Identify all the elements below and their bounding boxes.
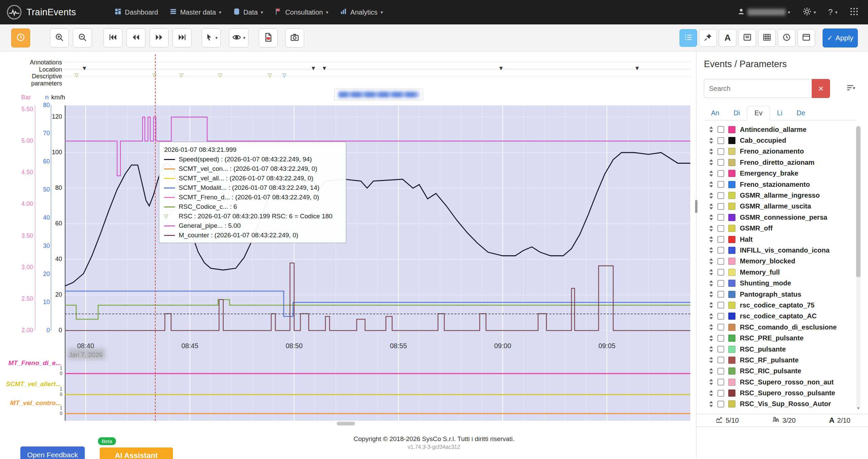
descriptive-marker-icon[interactable]: ▽ — [75, 73, 79, 78]
descriptive-marker-icon[interactable]: ▽ — [282, 73, 286, 78]
param-row[interactable]: Shunting_mode — [696, 278, 856, 288]
chart-area[interactable]: Annotations Location Descriptive paramet… — [0, 52, 696, 459]
drag-handle-icon[interactable] — [709, 236, 717, 243]
time-range-button[interactable] — [11, 28, 30, 47]
param-checkbox[interactable] — [717, 291, 724, 298]
table-view-button[interactable] — [758, 29, 776, 47]
param-row[interactable]: RSC_RIC_pulsante — [696, 366, 856, 377]
drag-handle-icon[interactable] — [709, 170, 717, 177]
zoom-in-button[interactable] — [50, 28, 69, 47]
filter-options-button[interactable] — [843, 80, 859, 97]
param-checkbox[interactable] — [717, 346, 724, 353]
drag-handle-icon[interactable] — [709, 324, 717, 331]
drag-handle-icon[interactable] — [709, 247, 717, 254]
app-brand[interactable]: TrainEvents — [0, 4, 76, 20]
apps-grid-button[interactable] — [850, 7, 859, 17]
scroll-down-icon[interactable]: ▼ — [856, 406, 861, 410]
search-input[interactable] — [704, 79, 812, 98]
nav-item-data[interactable]: Data▾ — [227, 0, 269, 24]
param-checkbox[interactable] — [717, 368, 724, 375]
drag-handle-icon[interactable] — [709, 390, 717, 397]
panel-scrollbar[interactable]: ▼ — [856, 126, 861, 410]
param-checkbox[interactable] — [717, 313, 724, 320]
param-checkbox[interactable] — [717, 401, 724, 407]
param-checkbox[interactable] — [717, 225, 724, 232]
param-row[interactable]: INFILL_vis_comando_icona — [696, 245, 856, 256]
param-checkbox[interactable] — [717, 280, 724, 287]
param-checkbox[interactable] — [717, 137, 724, 144]
location-marker-icon[interactable]: ▼ — [81, 65, 87, 71]
drag-handle-icon[interactable] — [709, 148, 717, 155]
pointer-mode-button[interactable]: ▾ — [202, 28, 221, 47]
param-row[interactable]: RSC_Supero_rosso_non_aut — [696, 377, 856, 387]
descriptive-marker-icon[interactable]: ▽ — [268, 73, 272, 78]
drag-handle-icon[interactable] — [709, 368, 717, 375]
param-checkbox[interactable] — [717, 379, 724, 385]
param-row[interactable]: rsc_codice_captato_AC — [696, 311, 856, 322]
ai-assistant-button[interactable]: AI Assistant — [100, 447, 173, 459]
param-row[interactable]: Freno_diretto_azionam — [696, 157, 856, 168]
param-checkbox[interactable] — [717, 302, 724, 308]
time-view-button[interactable] — [778, 29, 795, 47]
param-checkbox[interactable] — [717, 203, 724, 210]
param-row[interactable]: GSMR_connessione_persa — [696, 212, 856, 223]
drag-handle-icon[interactable] — [709, 192, 717, 199]
list-view-button[interactable] — [679, 29, 697, 47]
apply-button[interactable]: ✓ Apply — [823, 28, 858, 47]
skip-first-button[interactable] — [103, 28, 122, 47]
visibility-button[interactable]: ▾ — [229, 28, 249, 47]
param-row[interactable]: GSMR_allarme_ingresso — [696, 190, 856, 201]
drag-handle-icon[interactable] — [709, 313, 717, 320]
nav-item-analytics[interactable]: Analytics▾ — [334, 0, 389, 24]
drag-handle-icon[interactable] — [709, 126, 717, 133]
param-row[interactable]: Emergency_brake — [696, 168, 856, 179]
clear-search-button[interactable]: × — [812, 79, 830, 98]
settings-menu[interactable]: ▾ — [803, 7, 816, 17]
export-pdf-button[interactable] — [259, 28, 278, 47]
location-marker-icon[interactable]: ▼ — [634, 65, 640, 71]
param-checkbox[interactable] — [717, 192, 724, 199]
drag-handle-icon[interactable] — [709, 401, 717, 407]
notes-button[interactable] — [738, 29, 756, 47]
param-row[interactable]: Memory_full — [696, 267, 856, 278]
location-marker-icon[interactable]: ▼ — [321, 65, 327, 71]
param-row[interactable]: RSC_comando_di_esclusione — [696, 322, 856, 333]
param-row[interactable]: RSC_Vis_Sup_Rosso_Autor — [696, 399, 856, 410]
param-row[interactable]: GSMR_allarme_uscita — [696, 201, 856, 212]
user-menu[interactable]: ▾ — [737, 7, 790, 17]
drag-handle-icon[interactable] — [709, 258, 717, 265]
location-marker-icon[interactable]: ▼ — [311, 65, 316, 71]
param-checkbox[interactable] — [717, 357, 724, 363]
screenshot-button[interactable] — [285, 28, 304, 47]
param-checkbox[interactable] — [717, 214, 724, 221]
param-checkbox[interactable] — [717, 170, 724, 177]
param-row[interactable]: RSC_pulsante — [696, 344, 856, 355]
drag-handle-icon[interactable] — [709, 346, 717, 353]
param-row[interactable]: Halt — [696, 234, 856, 245]
tab-li[interactable]: Li — [770, 106, 790, 120]
descriptive-marker-icon[interactable]: ▽ — [153, 73, 157, 78]
param-row[interactable]: GSMR_off — [696, 223, 856, 234]
param-row[interactable]: Freno_azionamento — [696, 146, 856, 157]
drag-handle-icon[interactable] — [709, 225, 717, 232]
param-row[interactable]: Freno_stazionamento — [696, 179, 856, 190]
drag-handle-icon[interactable] — [709, 335, 717, 342]
param-checkbox[interactable] — [717, 269, 724, 276]
pin-button[interactable] — [699, 29, 717, 47]
location-marker-icon[interactable]: ▼ — [498, 65, 504, 71]
chart-canvas[interactable] — [65, 105, 690, 421]
param-row[interactable]: rsc_codice_captato_75 — [696, 300, 856, 311]
param-row[interactable]: Cab_occupied — [696, 135, 856, 146]
drag-handle-icon[interactable] — [709, 357, 717, 363]
param-row[interactable]: RSC_Supero_rosso_pulsante — [696, 387, 856, 398]
zoom-out-button[interactable] — [73, 28, 92, 47]
param-row[interactable]: Pantograph_status — [696, 289, 856, 300]
rewind-button[interactable] — [126, 28, 145, 47]
param-checkbox[interactable] — [717, 236, 724, 243]
tab-an[interactable]: An — [704, 106, 726, 120]
drag-handle-icon[interactable] — [709, 302, 717, 308]
param-checkbox[interactable] — [717, 126, 724, 133]
drag-handle-icon[interactable] — [709, 214, 717, 221]
param-checkbox[interactable] — [717, 148, 724, 155]
drag-handle-icon[interactable] — [709, 203, 717, 210]
